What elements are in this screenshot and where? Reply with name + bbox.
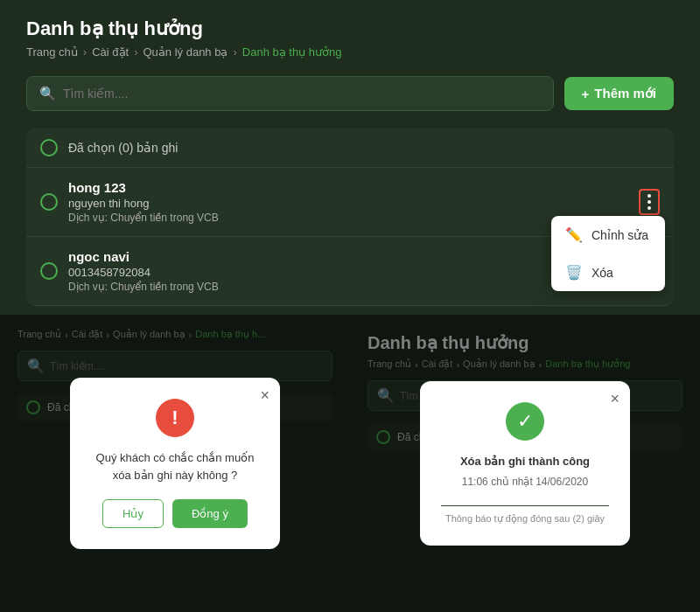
sep2: ›	[134, 45, 137, 59]
more-options-button-1[interactable]	[639, 189, 660, 215]
confirm-button[interactable]: Đồng ý	[172, 499, 248, 528]
item-radio-2[interactable]	[40, 262, 58, 280]
search-box[interactable]: 🔍	[26, 76, 554, 111]
delete-modal-message: Quý khách có chắc chắn muốn xóa bản ghi …	[91, 449, 259, 483]
dot3	[648, 206, 651, 210]
search-icon: 🔍	[39, 86, 56, 101]
breadcrumb-settings[interactable]: Cài đặt	[92, 45, 129, 59]
breadcrumb: Trang chủ › Cài đặt › Quản lý danh bạ › …	[26, 45, 674, 59]
success-modal: × ✓ Xóa bản ghi thành công 11:06 chủ nhậ…	[420, 381, 630, 546]
cancel-button[interactable]: Hủy	[102, 499, 164, 528]
dot1	[648, 194, 651, 198]
toolbar: 🔍 + Thêm mới	[26, 76, 674, 111]
search-input[interactable]	[63, 87, 541, 101]
context-menu: ✏️ Chỉnh sửa 🗑️ Xóa	[551, 216, 665, 291]
sep3: ›	[233, 45, 236, 59]
breadcrumb-current: Danh bạ thụ hưởng	[242, 45, 342, 59]
divider	[441, 505, 609, 506]
dot2	[648, 200, 651, 204]
item-name-1: hong 123	[68, 180, 628, 195]
trash-icon: 🗑️	[565, 264, 583, 281]
top-panel: Danh bạ thụ hưởng Trang chủ › Cài đặt › …	[0, 0, 700, 315]
warning-icon-label: !	[172, 407, 178, 429]
list-header: Đã chọn (0) bản ghi	[26, 129, 674, 168]
bottom-left-panel: Trang chủ › Cài đặt › Quản lý danh bạ › …	[0, 315, 350, 612]
auto-close-note: Thông báo tự động đóng sau (2) giây	[441, 513, 609, 525]
beneficiary-list: Đã chọn (0) bản ghi hong 123 nguyen thi …	[26, 129, 674, 306]
success-timestamp: 11:06 chủ nhật 14/06/2020	[441, 474, 609, 490]
warning-icon: !	[156, 399, 194, 437]
list-item: hong 123 nguyen thi hong Dịch vụ: Chuyển…	[26, 168, 674, 237]
success-icon-label: ✓	[517, 410, 533, 433]
delete-modal-overlay: × ! Quý khách có chắc chắn muốn xóa bản …	[0, 315, 350, 612]
bottom-panel: Trang chủ › Cài đặt › Quản lý danh bạ › …	[0, 315, 700, 612]
success-modal-close[interactable]: ×	[610, 390, 620, 408]
add-icon: +	[582, 87, 590, 101]
delete-modal: × ! Quý khách có chắc chắn muốn xóa bản …	[70, 378, 280, 549]
delete-modal-close[interactable]: ×	[260, 386, 270, 405]
item-info-1: hong 123 nguyen thi hong Dịch vụ: Chuyển…	[68, 180, 628, 224]
sep1: ›	[83, 45, 87, 59]
context-delete[interactable]: 🗑️ Xóa	[551, 254, 665, 291]
delete-modal-buttons: Hủy Đồng ý	[91, 499, 259, 528]
edit-icon: ✏️	[565, 226, 583, 243]
select-all-radio[interactable]	[40, 139, 58, 156]
breadcrumb-home[interactable]: Trang chủ	[26, 45, 78, 59]
context-edit[interactable]: ✏️ Chỉnh sửa	[551, 216, 665, 254]
add-button[interactable]: + Thêm mới	[564, 77, 674, 110]
delete-label: Xóa	[592, 266, 613, 280]
success-icon: ✓	[506, 402, 544, 441]
item-service-1: Dịch vụ: Chuyển tiền trong VCB	[68, 212, 628, 224]
success-modal-overlay: × ✓ Xóa bản ghi thành công 11:06 chủ nhậ…	[350, 315, 700, 612]
page-title: Danh bạ thụ hưởng	[26, 17, 674, 40]
success-title: Xóa bản ghi thành công 11:06 chủ nhật 14…	[441, 453, 609, 490]
edit-label: Chỉnh sửa	[592, 228, 648, 242]
selected-count: Đã chọn (0) bản ghi	[68, 141, 178, 155]
breadcrumb-manage[interactable]: Quản lý danh bạ	[143, 45, 228, 59]
add-label: Thêm mới	[594, 86, 656, 101]
bottom-right-panel: Danh bạ thụ hưởng Trang chủ › Cài đặt › …	[350, 315, 700, 612]
item-radio-1[interactable]	[40, 193, 58, 211]
item-sub-1: nguyen thi hong	[68, 197, 628, 210]
